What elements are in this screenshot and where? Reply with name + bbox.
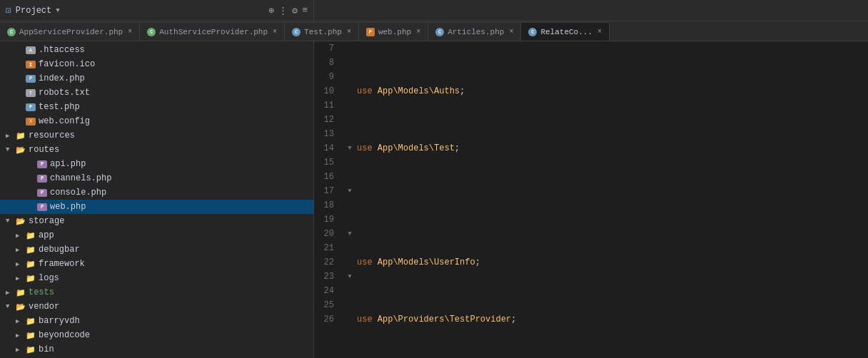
tree-item-console[interactable]: P console.php xyxy=(0,185,313,200)
file-icon-console: P xyxy=(37,189,47,197)
tab-Articles[interactable]: C Articles.php × xyxy=(428,22,521,41)
code-line-10: use App\Models\UserInfo; xyxy=(357,255,854,270)
editor-area: 7 8 9 10 11 12 13 14 15 16 17 18 19 20 2… xyxy=(314,41,868,358)
tab-close-web[interactable]: × xyxy=(416,28,420,36)
code-container[interactable]: 7 8 9 10 11 12 13 14 15 16 17 18 19 20 2… xyxy=(314,41,868,358)
folder-icon-vendor: 📂 xyxy=(16,302,26,312)
gutter-23[interactable]: ▼ xyxy=(343,270,357,284)
tabs-bar: C AppServiceProvider.php × C AuthService… xyxy=(0,21,868,41)
tree-item-test-php[interactable]: P test.php xyxy=(0,100,313,114)
token-use-11: use xyxy=(357,312,378,327)
gutter-10 xyxy=(343,84,357,98)
main-content: A .htaccess I favicon.ico P index.php T … xyxy=(0,41,868,358)
tree-folder-app[interactable]: 📁 app xyxy=(0,228,313,242)
folder-icon-bin: 📁 xyxy=(26,345,36,354)
tree-folder-tests[interactable]: 📁 tests xyxy=(0,285,313,300)
project-label[interactable]: Project xyxy=(16,6,51,16)
tab-AuthServiceProvider[interactable]: C AuthServiceProvider.php × xyxy=(140,22,285,41)
file-icon-web-php: P xyxy=(37,203,47,211)
tree-label-debugbar: debugbar xyxy=(39,245,80,255)
tab-close-RelateC[interactable]: × xyxy=(597,28,602,36)
token-ns-8: App\Models\Test xyxy=(378,141,455,155)
gutter-14[interactable]: ▼ xyxy=(343,141,357,155)
tab-close-Test[interactable]: × xyxy=(347,28,351,36)
code-editor[interactable]: use App\Models\Auths; use App\Models\Tes… xyxy=(357,41,868,358)
tree-folder-storage[interactable]: 📂 storage xyxy=(0,214,313,228)
tab-icon-RelateC: C xyxy=(528,28,537,36)
folder-icon-logs: 📁 xyxy=(26,274,36,283)
folder-icon-framework: 📁 xyxy=(26,260,36,269)
gutter-8 xyxy=(343,56,357,70)
tree-arrow-barryvdh xyxy=(16,317,23,325)
token-ns-10: App\Models\UserInfo xyxy=(378,255,475,270)
toolbar-icon-globe[interactable]: ⊕ xyxy=(269,5,275,16)
tab-RelateC[interactable]: C RelateCo... × xyxy=(521,22,610,41)
gutter-13 xyxy=(343,127,357,141)
tab-close-AuthServiceProvider[interactable]: × xyxy=(273,28,277,36)
tree-folder-beyondcode[interactable]: 📁 beyondcode xyxy=(0,328,313,342)
tree-item-index[interactable]: P index.php xyxy=(0,71,313,86)
tree-label-console: console.php xyxy=(50,188,106,198)
tab-icon-Articles: C xyxy=(435,28,444,36)
gutter-18 xyxy=(343,198,357,213)
toolbar-icon-more[interactable]: ≡ xyxy=(302,5,308,16)
tab-AppServiceProvider[interactable]: C AppServiceProvider.php × xyxy=(0,22,140,41)
folder-icon-resources: 📁 xyxy=(16,131,26,140)
gutter-15 xyxy=(343,155,357,170)
tree-folder-bin[interactable]: 📁 bin xyxy=(0,342,313,357)
tree-item-api[interactable]: P api.php xyxy=(0,157,313,171)
tree-item-web-php[interactable]: P web.php xyxy=(0,200,313,214)
tree-folder-vendor[interactable]: 📂 vendor xyxy=(0,300,313,314)
code-line-11: use App\Providers\TestProvider; xyxy=(357,312,854,327)
tab-web[interactable]: P web.php × xyxy=(359,22,428,41)
gutter-20[interactable]: ▼ xyxy=(343,227,357,241)
tab-icon-AppServiceProvider: C xyxy=(7,28,16,36)
tab-icon-AuthServiceProvider: C xyxy=(147,28,156,36)
tree-item-channels[interactable]: P channels.php xyxy=(0,171,313,185)
tree-label-index: index.php xyxy=(39,73,85,83)
tree-label-logs: logs xyxy=(39,273,59,283)
tree-folder-routes[interactable]: 📂 routes xyxy=(0,143,313,157)
tree-label-favicon: favicon.ico xyxy=(39,59,95,69)
toolbar-icon-structure[interactable]: ⋮ xyxy=(278,5,288,16)
token-semi-11: ; xyxy=(511,312,516,327)
gutter-17[interactable]: ▼ xyxy=(343,184,357,198)
tree-item-favicon[interactable]: I favicon.ico xyxy=(0,57,313,71)
file-icon-favicon: I xyxy=(26,61,36,68)
tree-label-beyondcode: beyondcode xyxy=(39,330,90,340)
folder-icon-debugbar: 📁 xyxy=(26,245,36,255)
gutter-12 xyxy=(343,113,357,127)
folder-icon-tests: 📁 xyxy=(16,288,26,297)
tree-item-htaccess[interactable]: A .htaccess xyxy=(0,43,313,57)
token-use-7: use xyxy=(357,84,378,98)
tree-folder-debugbar[interactable]: 📁 debugbar xyxy=(0,242,313,257)
tree-folder-barryvdh[interactable]: 📁 barryvdh xyxy=(0,314,313,328)
tree-arrow-vendor xyxy=(6,303,13,310)
file-icon-htaccess: A xyxy=(26,46,36,54)
tab-close-Articles[interactable]: × xyxy=(509,28,513,36)
token-semi-10: ; xyxy=(475,255,480,270)
gutter-7 xyxy=(343,41,357,56)
file-icon-webconfig: X xyxy=(26,118,36,126)
tree-folder-framework[interactable]: 📁 framework xyxy=(0,257,313,271)
tree-folder-resources[interactable]: 📁 resources xyxy=(0,128,313,143)
tab-label-Articles: Articles.php xyxy=(448,28,504,36)
code-line-8: use App\Models\Test; xyxy=(357,141,854,155)
tree-label-api: api.php xyxy=(50,159,86,169)
tree-arrow-bin xyxy=(16,346,23,354)
toolbar-icon-settings[interactable]: ⚙ xyxy=(292,5,298,16)
tab-close-AppServiceProvider[interactable]: × xyxy=(128,28,132,36)
gutter-25 xyxy=(343,298,357,312)
tree-label-channels: channels.php xyxy=(50,173,111,183)
tree-label-routes: routes xyxy=(29,145,59,155)
tree-item-robots[interactable]: T robots.txt xyxy=(0,86,313,100)
tree-arrow-routes xyxy=(6,146,13,153)
tree-folder-logs[interactable]: 📁 logs xyxy=(0,271,313,285)
tab-Test[interactable]: C Test.php × xyxy=(285,22,359,41)
tree-label-robots: robots.txt xyxy=(39,88,90,98)
file-icon-api: P xyxy=(37,160,47,168)
project-dropdown-arrow[interactable]: ▼ xyxy=(56,7,59,14)
tree-item-webconfig[interactable]: X web.config xyxy=(0,114,313,128)
tree-label-app: app xyxy=(39,230,54,240)
file-icon-robots: T xyxy=(26,89,36,97)
